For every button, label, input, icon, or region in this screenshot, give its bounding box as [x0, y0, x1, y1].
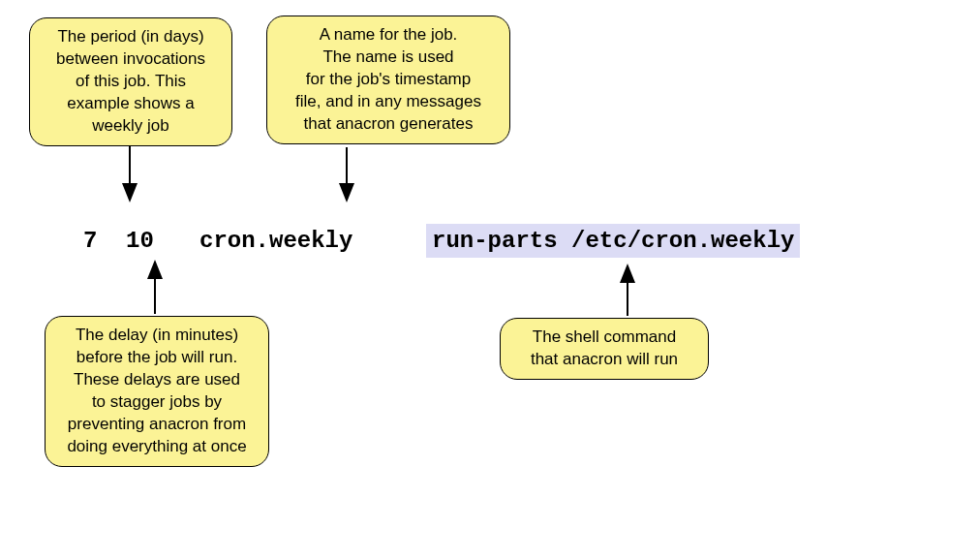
code-period: 7 [83, 228, 97, 254]
callout-delay-text: The delay (in minutes)before the job wil… [67, 326, 246, 455]
code-command: run-parts /etc/cron.weekly [426, 224, 800, 258]
callout-jobname-text: A name for the job.The name is usedfor t… [295, 25, 481, 133]
callout-period-text: The period (in days)between invocationso… [56, 27, 205, 135]
callout-jobname: A name for the job.The name is usedfor t… [266, 16, 510, 144]
code-delay: 10 [126, 228, 154, 254]
callout-command-text: The shell commandthat anacron will run [531, 327, 678, 368]
callout-delay: The delay (in minutes)before the job wil… [45, 316, 269, 467]
callout-period: The period (in days)between invocationso… [29, 17, 232, 146]
callout-command: The shell commandthat anacron will run [500, 318, 709, 380]
code-jobname: cron.weekly [199, 228, 352, 254]
